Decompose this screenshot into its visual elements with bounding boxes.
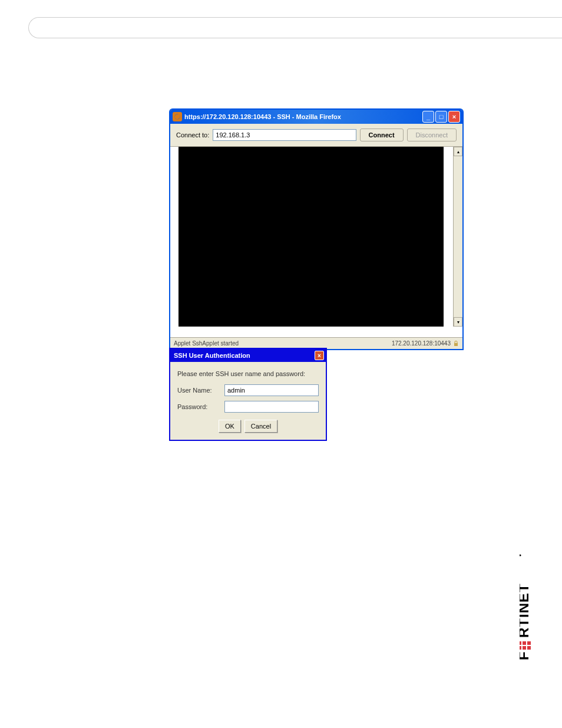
window-title: https://172.20.120.128:10443 - SSH - Moz… — [184, 113, 422, 120]
status-bar: Applet SshApplet started 172.20.120.128:… — [170, 337, 462, 349]
page-top-bar — [28, 17, 562, 38]
fortinet-logo: F RTINET — [520, 548, 537, 671]
browser-window: https://172.20.120.128:10443 - SSH - Moz… — [169, 108, 464, 350]
auth-prompt: Please enter SSH user name and password: — [177, 370, 319, 377]
lock-icon — [453, 341, 459, 347]
svg-text:RTINET: RTINET — [520, 583, 531, 638]
minimize-button[interactable]: _ — [422, 111, 434, 123]
password-input[interactable] — [224, 401, 319, 413]
ssh-terminal[interactable] — [178, 147, 444, 327]
cancel-button[interactable]: Cancel — [244, 420, 277, 433]
svg-rect-3 — [520, 646, 521, 650]
connect-button[interactable]: Connect — [360, 129, 404, 141]
connect-toolbar: Connect to: Connect Disconnect — [170, 124, 462, 147]
svg-rect-6 — [523, 641, 526, 645]
username-input[interactable] — [224, 384, 319, 396]
auth-close-button[interactable]: × — [315, 351, 324, 360]
svg-rect-8 — [527, 641, 531, 645]
maximize-button[interactable]: □ — [435, 111, 447, 123]
scroll-up-button[interactable]: ▴ — [454, 147, 462, 156]
status-host: 172.20.120.128:10443 — [392, 340, 451, 347]
scroll-down-button[interactable]: ▾ — [454, 317, 462, 327]
window-controls: _ □ × — [422, 111, 460, 123]
connect-to-label: Connect to: — [176, 131, 209, 139]
window-titlebar[interactable]: https://172.20.120.128:10443 - SSH - Moz… — [170, 110, 462, 124]
svg-rect-1 — [454, 343, 458, 346]
scroll-track[interactable] — [454, 156, 462, 317]
auth-body: Please enter SSH user name and password:… — [170, 362, 326, 440]
connect-to-input[interactable] — [213, 129, 356, 141]
ssh-auth-dialog: SSH User Authentication × Please enter S… — [169, 348, 327, 441]
svg-rect-7 — [527, 646, 531, 650]
auth-title: SSH User Authentication — [172, 352, 315, 359]
terminal-area: ▴ ▾ — [170, 147, 462, 337]
ok-button[interactable]: OK — [219, 420, 241, 433]
status-text: Applet SshApplet started — [174, 340, 392, 347]
auth-titlebar[interactable]: SSH User Authentication × — [170, 349, 326, 362]
username-label: User Name: — [177, 387, 224, 394]
terminal-bottom-spacer — [170, 327, 462, 337]
firefox-icon — [173, 112, 182, 121]
svg-text:F: F — [520, 651, 531, 660]
svg-point-10 — [520, 554, 521, 556]
password-label: Password: — [177, 403, 224, 410]
terminal-scrollbar[interactable]: ▴ ▾ — [453, 147, 462, 327]
svg-rect-5 — [523, 646, 526, 650]
disconnect-button[interactable]: Disconnect — [407, 129, 457, 141]
close-button[interactable]: × — [448, 111, 460, 123]
svg-rect-4 — [520, 641, 521, 645]
